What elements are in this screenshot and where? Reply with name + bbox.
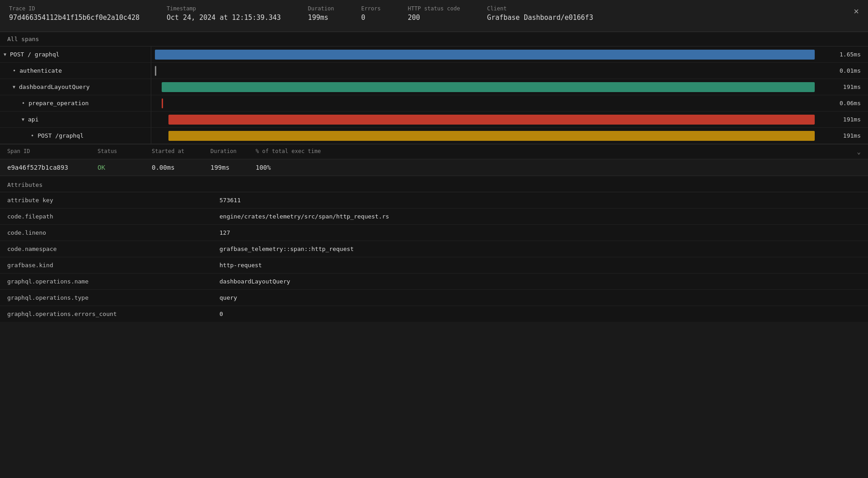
attribute-key: code.namespace [0, 241, 212, 257]
chevron-down-icon[interactable]: ⌄ [857, 148, 861, 155]
span-row[interactable]: ▼POST / graphql1.65ms [0, 46, 868, 63]
span-duration-col: 191ms [832, 132, 868, 139]
attribute-row: code.namespacegrafbase_telemetry::span::… [0, 241, 868, 257]
timestamp-field: Timestamp Oct 24, 2024 at 12:15:39.343 [167, 5, 281, 22]
attribute-row: grafbase.kindhttp-request [0, 257, 868, 274]
span-row[interactable]: ▼dashboardLayoutQuery191ms [0, 79, 868, 95]
toggle-icon[interactable]: ▼ [13, 84, 15, 89]
span-name-col: •authenticate [0, 63, 151, 79]
spans-panel: All spans ▼POST / graphql1.65ms•authenti… [0, 32, 868, 144]
attribute-value: 127 [212, 225, 868, 241]
attribute-value: engine/crates/telemetry/src/span/http_re… [212, 209, 868, 225]
span-name-col: ▼dashboardLayoutQuery [0, 79, 151, 95]
exec-time-value: 100% [256, 164, 861, 171]
span-bar-col [151, 63, 832, 79]
status-col-header: Status [98, 148, 152, 155]
toggle-icon[interactable]: ▼ [4, 52, 6, 57]
attribute-row: code.lineno127 [0, 225, 868, 241]
attribute-key: graphql.operations.errors_count [0, 306, 212, 322]
attribute-key: grafbase.kind [0, 257, 212, 274]
timestamp-value: Oct 24, 2024 at 12:15:39.343 [167, 14, 281, 22]
span-name-label: dashboardLayoutQuery [19, 84, 90, 90]
span-name-col: •prepare_operation [0, 95, 151, 111]
span-row[interactable]: •prepare_operation0.06ms [0, 95, 868, 111]
attribute-row: graphql.operations.errors_count0 [0, 306, 868, 322]
duration-label: Duration [308, 5, 334, 12]
span-bar [155, 66, 156, 76]
attribute-value: grafbase_telemetry::span::http_request [212, 241, 868, 257]
span-id-value: e9a46f527b1ca893 [7, 164, 98, 171]
span-bar-col [151, 46, 832, 62]
http-status-field: HTTP status code 200 [408, 5, 460, 22]
duration-col-header: Duration [210, 148, 256, 155]
span-bar [155, 50, 815, 60]
span-id-col-header: Span ID [7, 148, 98, 155]
attribute-key: graphql.operations.type [0, 290, 212, 306]
attribute-row: graphql.operations.namedashboardLayoutQu… [0, 274, 868, 290]
attribute-row: code.filepathengine/crates/telemetry/src… [0, 209, 868, 225]
attribute-key: code.filepath [0, 209, 212, 225]
duration-field: Duration 199ms [308, 5, 334, 22]
span-bar-col [151, 111, 832, 127]
attribute-key: graphql.operations.name [0, 274, 212, 290]
span-bar-col [151, 128, 832, 144]
attribute-value: 0 [212, 306, 868, 322]
span-row[interactable]: ▼api191ms [0, 111, 868, 128]
client-value: Grafbase Dashboard/e0166f3 [487, 14, 593, 22]
details-section: Span ID Status Started at Duration % of … [0, 144, 868, 176]
details-header-row: Span ID Status Started at Duration % of … [0, 144, 868, 159]
span-bar-col [151, 95, 832, 111]
spans-header-label: All spans [7, 36, 39, 42]
attribute-row: graphql.operations.typequery [0, 290, 868, 306]
header-meta-row: Trace ID 97d466354112b41f15b6cf0e2a10c42… [9, 5, 859, 22]
errors-value: 0 [361, 14, 365, 22]
span-name-label: POST / graphql [10, 51, 60, 58]
trace-id-value: 97d466354112b41f15b6cf0e2a10c428 [9, 14, 140, 22]
span-name-label: authenticate [19, 67, 62, 74]
span-name-col: ▼POST / graphql [0, 46, 151, 62]
span-row[interactable]: •POST /graphql191ms [0, 128, 868, 144]
span-bar [168, 115, 815, 125]
attribute-row: attribute key573611 [0, 192, 868, 209]
span-name-label: POST /graphql [37, 132, 84, 139]
span-bar-col [151, 79, 832, 95]
span-bar [162, 82, 815, 92]
timestamp-label: Timestamp [167, 5, 281, 12]
span-dot-icon: • [13, 68, 16, 74]
span-name-label: prepare_operation [28, 100, 89, 107]
span-row[interactable]: •authenticate0.01ms [0, 63, 868, 79]
attribute-value: query [212, 290, 868, 306]
trace-id-field: Trace ID 97d466354112b41f15b6cf0e2a10c42… [9, 5, 140, 22]
duration-value: 199ms [210, 164, 256, 171]
span-bar [168, 131, 815, 141]
span-dot-icon: • [31, 133, 34, 139]
trace-header: Trace ID 97d466354112b41f15b6cf0e2a10c42… [0, 0, 868, 32]
http-status-label: HTTP status code [408, 5, 460, 12]
span-duration-col: 0.01ms [832, 67, 868, 74]
errors-label: Errors [361, 5, 381, 12]
span-bar [162, 98, 163, 108]
attribute-value: 573611 [212, 192, 868, 209]
span-name-col: •POST /graphql [0, 128, 151, 144]
spans-header: All spans [0, 32, 868, 46]
close-button[interactable]: × [854, 6, 859, 17]
errors-field: Errors 0 [361, 5, 381, 22]
client-label: Client [487, 5, 593, 12]
span-duration-col: 1.65ms [832, 51, 868, 58]
span-dot-icon: • [22, 100, 25, 107]
attribute-key: attribute key [0, 192, 212, 209]
attribute-value: http-request [212, 257, 868, 274]
spans-table: ▼POST / graphql1.65ms•authenticate0.01ms… [0, 46, 868, 144]
http-status-value: 200 [408, 14, 420, 22]
span-name-col: ▼api [0, 111, 151, 127]
toggle-icon[interactable]: ▼ [22, 117, 24, 122]
attribute-value: dashboardLayoutQuery [212, 274, 868, 290]
exec-time-col-header: % of total exec time [256, 148, 857, 155]
client-field: Client Grafbase Dashboard/e0166f3 [487, 5, 593, 22]
started-at-col-header: Started at [152, 148, 210, 155]
span-duration-col: 191ms [832, 84, 868, 90]
status-value: OK [98, 164, 152, 171]
attribute-key: code.lineno [0, 225, 212, 241]
span-duration-col: 0.06ms [832, 100, 868, 107]
attributes-title: Attributes [0, 176, 868, 192]
